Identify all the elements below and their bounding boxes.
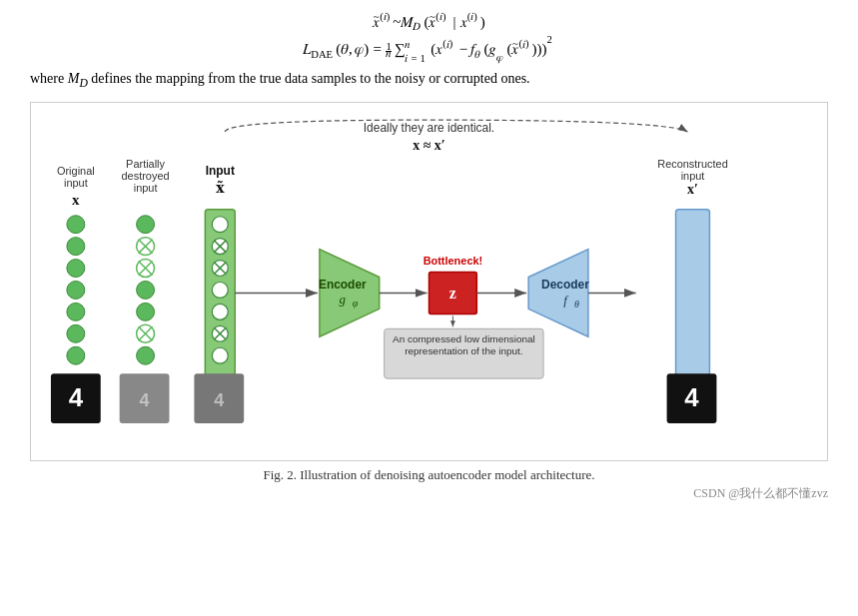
reconstructed-label1: Reconstructed	[657, 158, 728, 170]
original-x: x	[72, 191, 80, 207]
formula-section: x~ (i) ~ MD ( x~ (i) | x(i) ) LDAE (θ,φ)	[30, 10, 828, 63]
z-label: z	[449, 285, 456, 302]
partial-digit: 4	[140, 390, 150, 410]
input-circle-4	[212, 282, 228, 298]
partial-label1: Partially	[126, 158, 165, 170]
orig-circle-2	[67, 237, 85, 255]
caption: Fig. 2. Illustration of denoising autoen…	[30, 467, 828, 483]
compressed-desc-line1: An compressed low dimensional	[393, 333, 535, 344]
input-digit: 4	[214, 390, 224, 410]
partial-label2: destroyed	[122, 170, 170, 182]
input-circle-1	[212, 216, 228, 232]
decoder-sub: θ	[574, 299, 579, 309]
xprime-label: x′	[687, 182, 698, 197]
reconstructed-digit: 4	[684, 383, 699, 411]
partial-circle-1	[137, 215, 155, 233]
compressed-desc-line2: representation of the input.	[405, 345, 522, 356]
watermark: CSDN @我什么都不懂zvz	[30, 485, 828, 502]
diagram-svg: Ideally they are identical. x ≈ x′ Origi…	[31, 103, 827, 460]
formula-line1: x~ (i) ~ MD ( x~ (i) | x(i) )	[30, 10, 828, 36]
orig-circle-6	[67, 324, 85, 342]
decoder-label: Decoder	[541, 278, 589, 292]
orig-circle-7	[67, 346, 85, 364]
input-circle-5	[212, 304, 228, 319]
original-input-label: Original	[57, 165, 95, 177]
partial-label3: input	[134, 182, 158, 194]
orig-circle-4	[67, 281, 85, 299]
original-input-label2: input	[64, 177, 88, 189]
reconstructed-box	[676, 209, 710, 375]
decoder-shape	[528, 249, 588, 336]
partial-circle-7	[137, 346, 155, 364]
diagram-wrapper: Ideally they are identical. x ≈ x′ Origi…	[30, 102, 828, 461]
input-circle-7	[212, 347, 228, 363]
identity-eq: x ≈ x′	[413, 138, 445, 153]
orig-circle-3	[67, 259, 85, 277]
encoder-sub: φ	[353, 298, 359, 308]
orig-circle-5	[67, 303, 85, 320]
encoder-sym: g	[340, 292, 347, 307]
encoder-shape	[320, 249, 380, 336]
encoder-label: Encoder	[319, 278, 367, 292]
description-text: where MD defines the mapping from the tr…	[30, 71, 828, 90]
bottleneck-label: Bottleneck!	[424, 254, 483, 266]
identity-label: Ideally they are identical.	[364, 121, 494, 135]
partial-circle-4	[137, 281, 155, 299]
orig-digit: 4	[69, 383, 84, 411]
page: x~ (i) ~ MD ( x~ (i) | x(i) ) LDAE (θ,φ)	[0, 0, 858, 616]
reconstructed-label2: input	[681, 170, 705, 182]
input-xtilde: x̃	[216, 180, 225, 196]
input-label: Input	[206, 164, 235, 178]
partial-circle-5	[137, 303, 155, 320]
formula-line2: LDAE (θ,φ) = 1n ∑ i=1 n ( x(i) −	[30, 36, 828, 63]
orig-circle-1	[67, 215, 85, 233]
